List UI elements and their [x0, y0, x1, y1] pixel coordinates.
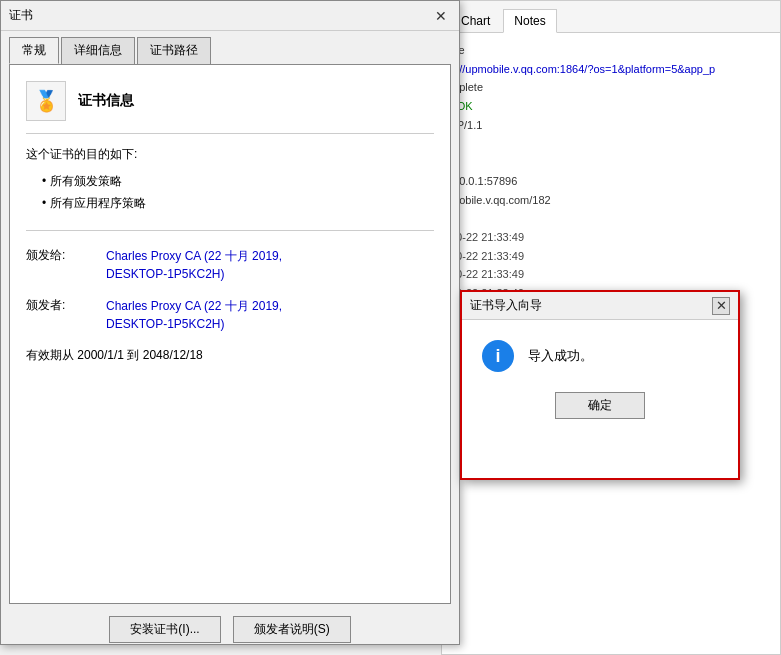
bg-line-12: 10-22 21:33:49: [450, 247, 772, 266]
cert-issued-to-label: 颁发给:: [26, 247, 106, 283]
cert-icon: 🏅: [26, 81, 66, 121]
import-body: i 导入成功。: [462, 320, 738, 384]
import-info-icon: i: [482, 340, 514, 372]
cert-validity: 有效期从 2000/1/1 到 2048/12/18: [26, 347, 434, 364]
cert-divider-1: [26, 230, 434, 231]
cert-window: 证书 ✕ 常规 详细信息 证书路径 🏅 证书信息 这个证书的目的如下: • 所有…: [0, 0, 460, 645]
import-ok-button[interactable]: 确定: [555, 392, 645, 419]
cert-info-title: 证书信息: [78, 92, 134, 110]
cert-close-button[interactable]: ✕: [431, 6, 451, 26]
cert-tabs: 常规 详细信息 证书路径: [1, 31, 459, 64]
cert-action-buttons: 安装证书(I)... 颁发者说明(S): [1, 604, 459, 655]
bg-line-2: p://upmobile.v.qq.com:1864/?os=1&platfor…: [450, 60, 772, 79]
bg-tabs: Chart Notes: [442, 1, 780, 33]
import-dialog: 证书导入向导 ✕ i 导入成功。 确定: [460, 290, 740, 480]
cert-bullet-1: • 所有颁发策略: [26, 171, 434, 193]
bg-line-5: TP/1.1: [450, 116, 772, 135]
import-message: 导入成功。: [528, 347, 593, 365]
bg-line-4: ) OK: [450, 97, 772, 116]
cert-window-title: 证书: [9, 7, 431, 24]
bg-line-11: 10-22 21:33:49: [450, 228, 772, 247]
import-footer: 确定: [462, 384, 738, 427]
cert-tab-path[interactable]: 证书路径: [137, 37, 211, 64]
import-close-button[interactable]: ✕: [712, 297, 730, 315]
cert-tab-details[interactable]: 详细信息: [61, 37, 135, 64]
cert-icon-symbol: 🏅: [34, 89, 59, 113]
bg-line-10: [450, 209, 772, 228]
cert-issuer-button[interactable]: 颁发者说明(S): [233, 616, 351, 643]
tab-notes[interactable]: Notes: [503, 9, 556, 33]
bg-line-9: mobile.v.qq.com/182: [450, 191, 772, 210]
bg-line-13: 10-22 21:33:49: [450, 265, 772, 284]
cert-install-button[interactable]: 安装证书(I)...: [109, 616, 220, 643]
cert-issued-by-value: Charles Proxy CA (22 十月 2019,DESKTOP-1P5…: [106, 297, 282, 333]
bg-line-7: [450, 153, 772, 172]
cert-body: 🏅 证书信息 这个证书的目的如下: • 所有颁发策略 • 所有应用程序策略 颁发…: [9, 64, 451, 604]
cert-purpose-label: 这个证书的目的如下:: [26, 146, 434, 163]
bg-line-1: lue: [450, 41, 772, 60]
import-dialog-title: 证书导入向导: [470, 297, 712, 314]
cert-issued-by: 颁发者: Charles Proxy CA (22 十月 2019,DESKTO…: [26, 297, 434, 333]
bg-line-8: 7.0.0.1:57896: [450, 172, 772, 191]
cert-issued-to-value: Charles Proxy CA (22 十月 2019,DESKTOP-1P5…: [106, 247, 282, 283]
cert-issued-by-label: 颁发者:: [26, 297, 106, 333]
cert-issued-to: 颁发给: Charles Proxy CA (22 十月 2019,DESKTO…: [26, 247, 434, 283]
import-titlebar: 证书导入向导 ✕: [462, 292, 738, 320]
cert-header: 🏅 证书信息: [26, 81, 434, 134]
cert-titlebar: 证书 ✕: [1, 1, 459, 31]
cert-tab-general[interactable]: 常规: [9, 37, 59, 64]
bg-line-3: mplete: [450, 78, 772, 97]
bg-line-6: [450, 134, 772, 153]
cert-bullet-2: • 所有应用程序策略: [26, 193, 434, 215]
